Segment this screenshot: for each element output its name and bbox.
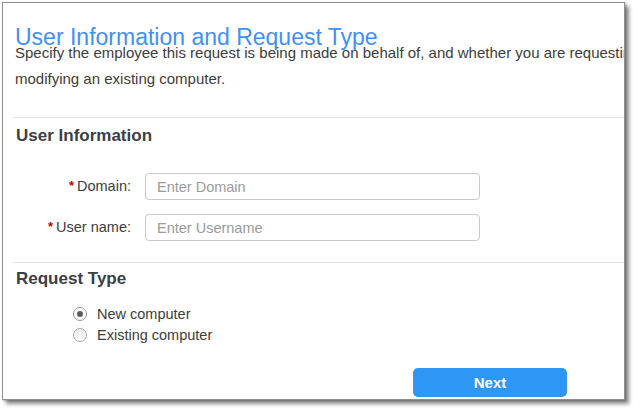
radio-button-icon[interactable] xyxy=(73,328,87,342)
username-input[interactable] xyxy=(145,214,480,241)
radio-option-label: Existing computer xyxy=(97,327,212,343)
required-marker: * xyxy=(69,178,74,193)
page-description-line-2: modifying an existing computer. xyxy=(15,70,225,87)
radio-option-existing-computer[interactable]: Existing computer xyxy=(73,327,212,343)
required-marker: * xyxy=(48,219,53,234)
form-panel: User Information and Request Type Specif… xyxy=(2,2,625,400)
page-description-line-1: Specify the employee this request is bei… xyxy=(15,44,625,61)
username-label-text: User name: xyxy=(56,219,131,235)
section-divider xyxy=(13,262,624,263)
radio-option-new-computer[interactable]: New computer xyxy=(73,306,190,322)
domain-input[interactable] xyxy=(145,173,480,200)
section-divider xyxy=(13,117,624,118)
user-information-section-title: User Information xyxy=(16,126,152,146)
domain-label-text: Domain: xyxy=(77,178,131,194)
request-type-section-title: Request Type xyxy=(16,269,126,289)
radio-button-icon[interactable] xyxy=(73,307,87,321)
next-button[interactable]: Next xyxy=(413,368,567,397)
username-label: *User name: xyxy=(3,219,131,235)
radio-option-label: New computer xyxy=(97,306,190,322)
domain-label: *Domain: xyxy=(3,178,131,194)
